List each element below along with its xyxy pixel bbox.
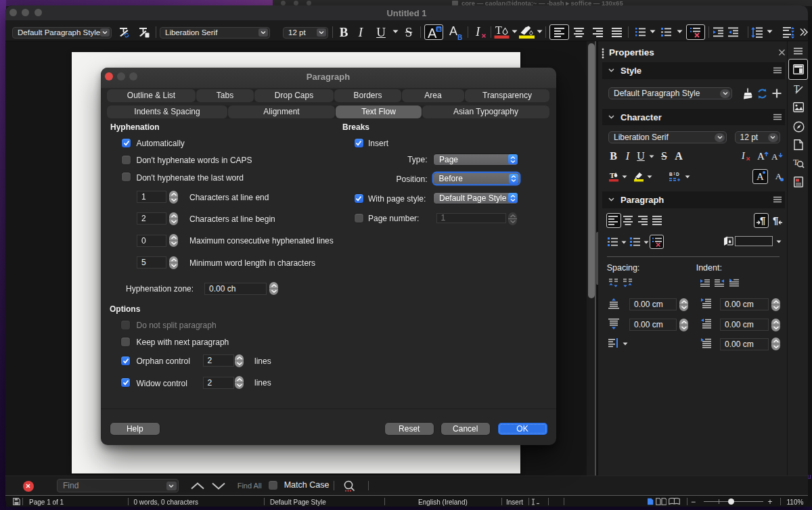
svg-text:B: B — [669, 172, 673, 177]
svg-text:A: A — [428, 26, 437, 40]
svg-text:T: T — [495, 25, 502, 36]
svg-text:A: A — [449, 24, 457, 38]
svg-text:A: A — [771, 152, 778, 162]
svg-text:D: D — [676, 172, 679, 177]
svg-text:I: I — [475, 26, 481, 39]
svg-text:I: I — [741, 151, 746, 161]
svg-text:¶: ¶ — [773, 215, 778, 226]
svg-text:¶: ¶ — [760, 215, 765, 226]
svg-text:A: A — [757, 151, 765, 162]
svg-text:B: B — [457, 34, 462, 41]
svg-text:B: B — [437, 26, 441, 31]
